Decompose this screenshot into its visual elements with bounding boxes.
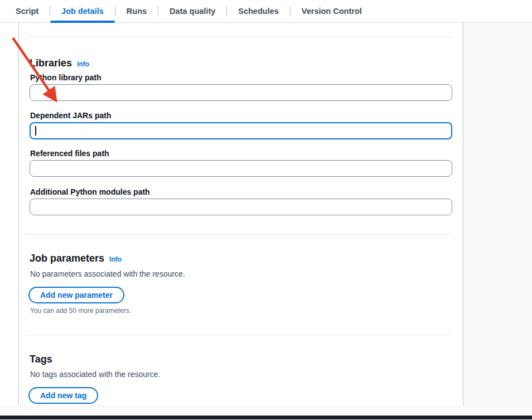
- job-parameters-helper-text: You can add 50 more parameters.: [30, 306, 131, 315]
- right-gutter: [463, 23, 532, 416]
- python-library-path-input[interactable]: [30, 84, 452, 101]
- section-divider: [25, 335, 452, 335]
- libraries-heading: Libraries: [30, 57, 72, 69]
- tags-heading-row: Tags: [30, 353, 52, 365]
- tab-job-details[interactable]: Job details: [50, 0, 115, 22]
- bottom-strip: [0, 405, 532, 416]
- tags-heading: Tags: [30, 353, 52, 365]
- tab-version-control-label: Version Control: [302, 7, 362, 16]
- add-new-tag-button[interactable]: Add new tag: [28, 387, 98, 404]
- job-parameters-info-link[interactable]: Info: [109, 255, 122, 263]
- tab-schedules[interactable]: Schedules: [227, 0, 290, 22]
- tab-version-control[interactable]: Version Control: [291, 0, 373, 22]
- referenced-files-path-label: Referenced files path: [30, 148, 109, 158]
- section-divider: [25, 234, 452, 235]
- tags-empty-text: No tags associated with the resource.: [30, 369, 160, 379]
- additional-python-modules-path-input[interactable]: [30, 199, 452, 215]
- dependent-jars-path-label: Dependent JARs path: [30, 110, 111, 120]
- window-bottom-edge: [0, 416, 532, 419]
- referenced-files-path-input[interactable]: [30, 160, 452, 177]
- job-details-panel: Libraries Info Python library path Depen…: [18, 23, 463, 405]
- job-parameters-empty-text: No parameters associated with the resour…: [30, 269, 185, 279]
- tab-script[interactable]: Script: [4, 0, 50, 22]
- libraries-info-link[interactable]: Info: [77, 60, 89, 68]
- libraries-heading-row: Libraries Info: [30, 57, 89, 69]
- tab-schedules-label: Schedules: [238, 7, 279, 16]
- tab-data-quality-label: Data quality: [170, 7, 215, 16]
- glue-job-details-page: Script Job details Runs Data quality Sch…: [0, 0, 532, 420]
- job-parameters-heading-row: Job parameters Info: [30, 252, 122, 264]
- add-new-parameter-button[interactable]: Add new parameter: [28, 287, 124, 303]
- tab-script-label: Script: [16, 7, 38, 16]
- tab-job-details-label: Job details: [61, 7, 104, 16]
- tab-runs[interactable]: Runs: [115, 0, 158, 22]
- tab-data-quality[interactable]: Data quality: [158, 0, 226, 22]
- python-library-path-label: Python library path: [30, 73, 101, 83]
- tab-runs-label: Runs: [127, 7, 147, 16]
- text-cursor: [35, 126, 36, 136]
- job-parameters-heading: Job parameters: [30, 252, 104, 264]
- section-divider: [30, 37, 452, 37]
- additional-python-modules-path-label: Additional Python modules path: [30, 187, 150, 197]
- tab-bar: Script Job details Runs Data quality Sch…: [0, 0, 532, 23]
- active-tab-underline: [50, 21, 115, 23]
- dependent-jars-path-input[interactable]: [30, 122, 452, 139]
